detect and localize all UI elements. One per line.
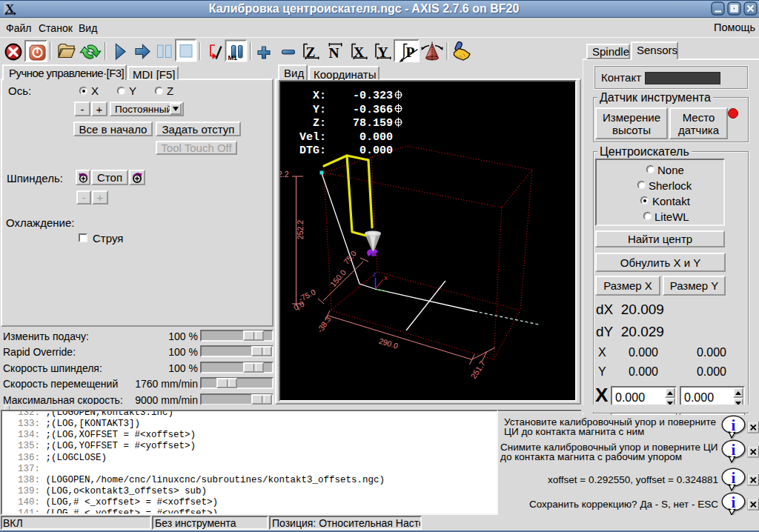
svg-text:Z: Z: [373, 271, 377, 278]
svg-text:Y: Y: [378, 44, 388, 60]
svg-text:N: N: [329, 45, 339, 61]
svg-text:Z:: Z:: [313, 117, 326, 130]
svg-text:X: X: [384, 275, 388, 282]
svg-text:75.0: 75.0: [342, 249, 358, 266]
svg-text:P: P: [406, 44, 415, 60]
svg-text:Z: Z: [306, 44, 316, 60]
svg-text:2.2: 2.2: [279, 170, 289, 179]
svg-text:DTG:: DTG:: [299, 144, 326, 157]
svg-text:252.2: 252.2: [296, 220, 305, 239]
svg-text:Vel:: Vel:: [299, 131, 326, 144]
svg-text:X:: X:: [313, 90, 326, 102]
svg-text:0.000: 0.000: [359, 144, 393, 157]
svg-text:Y:: Y:: [313, 104, 326, 116]
svg-text:290.0: 290.0: [378, 336, 400, 350]
svg-text:-38.3: -38.3: [315, 314, 333, 334]
svg-text:-0.366: -0.366: [353, 104, 393, 116]
svg-text:78.159: 78.159: [353, 117, 393, 130]
svg-text:251.7: 251.7: [468, 359, 486, 380]
svg-text:-0.323: -0.323: [353, 90, 393, 102]
svg-text:M1: M1: [228, 54, 238, 61]
svg-text:150.0: 150.0: [328, 267, 348, 288]
svg-text:0.000: 0.000: [359, 131, 393, 144]
svg-text:X: X: [354, 44, 364, 60]
